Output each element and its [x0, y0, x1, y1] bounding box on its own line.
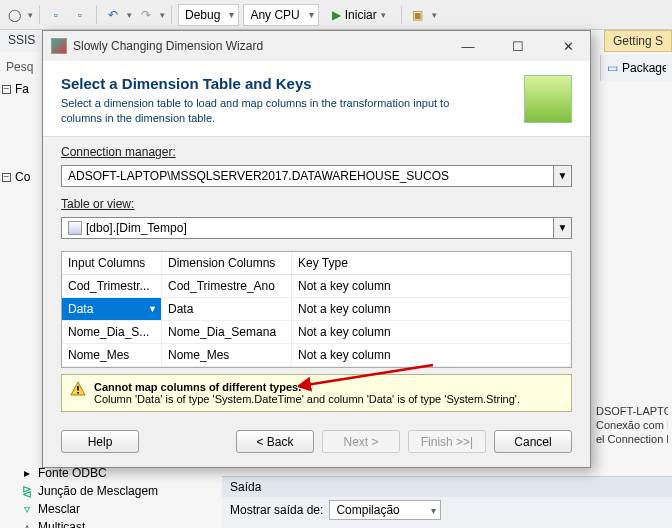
window-title: Slowly Changing Dimension Wizard	[73, 39, 440, 53]
collapse-icon[interactable]: −	[2, 85, 11, 94]
maximize-button[interactable]: ☐	[496, 32, 540, 60]
output-combo-value: Compilação	[336, 503, 399, 517]
titlebar: Slowly Changing Dimension Wizard — ☐ ✕	[43, 31, 590, 61]
connection-panel: DSOFT-LAPTOP\ Conexão com D el Connectio…	[592, 400, 672, 450]
warning-line1: Cannot map columns of different types.	[94, 381, 301, 393]
dropdown-icon[interactable]: ▾	[127, 10, 132, 20]
cell-key-type[interactable]: Not a key column	[292, 344, 571, 366]
toolbox-items: ▸Fonte ODBC ⧎Junção de Mesclagem ▿Mescla…	[20, 464, 220, 528]
nav-back-icon[interactable]: ◯	[4, 5, 24, 25]
tree-node[interactable]: −Co	[2, 168, 42, 186]
cell-dimension-column[interactable]: Data	[162, 298, 292, 320]
save-icon[interactable]: ▫	[46, 5, 66, 25]
status-text: DSOFT-LAPTOP\	[596, 404, 668, 418]
connection-label: Connection manager:	[61, 145, 572, 159]
table-dropdown[interactable]: [dbo].[Dim_Tempo] ▼	[61, 217, 572, 239]
table-row[interactable]: Data▼DataNot a key column	[62, 298, 571, 321]
package-label: Package E	[622, 61, 666, 75]
connection-value: ADSOFT-LAPTOP\MSSQLSERVER2017.DATAWAREHO…	[68, 169, 449, 183]
app-icon	[51, 38, 67, 54]
dialog-body: Connection manager: ADSOFT-LAPTOP\MSSQLS…	[43, 137, 590, 420]
cell-input-column[interactable]: Nome_Mes	[62, 344, 162, 366]
config-label: Debug	[185, 8, 220, 22]
cell-key-type[interactable]: Not a key column	[292, 298, 571, 320]
ide-toolbar: ◯ ▾ ▫ ▫ ↶ ▾ ↷ ▾ Debug Any CPU ▶ Iniciar …	[0, 0, 672, 30]
item-label: Multicast	[38, 520, 85, 528]
cancel-button[interactable]: Cancel	[494, 430, 572, 453]
config-dropdown[interactable]: Debug	[178, 4, 239, 26]
grid-header: Input Columns Dimension Columns Key Type	[62, 252, 571, 275]
header-graphic	[524, 75, 572, 123]
tree-label: Fa	[15, 82, 29, 96]
cell-dimension-column[interactable]: Cod_Trimestre_Ano	[162, 275, 292, 297]
help-button[interactable]: Help	[61, 430, 139, 453]
dropdown-arrow-icon[interactable]: ▼	[148, 304, 157, 314]
dropdown-arrow-icon[interactable]: ▼	[553, 166, 571, 186]
tree-label: Co	[15, 170, 30, 184]
cell-input-column[interactable]: Cod_Trimestr...	[62, 275, 162, 297]
undo-icon[interactable]: ↶	[103, 5, 123, 25]
item-label: Junção de Mesclagem	[38, 484, 158, 498]
col-dimension: Dimension Columns	[162, 252, 292, 274]
table-value: [dbo].[Dim_Tempo]	[86, 221, 187, 235]
tool-icon[interactable]: ▣	[408, 5, 428, 25]
start-label: Iniciar	[345, 8, 377, 22]
toolbox-tree: −Fa −Co	[2, 80, 42, 186]
svg-rect-2	[77, 392, 79, 394]
next-button: Next >	[322, 430, 400, 453]
table-row[interactable]: Nome_Dia_S...Nome_Dia_SemanaNot a key co…	[62, 321, 571, 344]
table-label: Table or view:	[61, 197, 572, 211]
cell-key-type[interactable]: Not a key column	[292, 321, 571, 343]
output-label: Mostrar saída de:	[230, 503, 323, 517]
cell-dimension-column[interactable]: Nome_Mes	[162, 344, 292, 366]
status-text: Conexão com D	[596, 418, 668, 432]
item-label: Mesclar	[38, 502, 80, 516]
wizard-dialog: Slowly Changing Dimension Wizard — ☐ ✕ S…	[42, 30, 591, 468]
col-keytype: Key Type	[292, 252, 571, 274]
list-item[interactable]: ▿Mesclar	[20, 500, 220, 518]
finish-button: Finish >>|	[408, 430, 486, 453]
table-icon	[68, 221, 82, 235]
list-item[interactable]: ▵Multicast	[20, 518, 220, 528]
dialog-subheading: Select a dimension table to load and map…	[61, 96, 481, 126]
search-label: Pesq	[2, 58, 37, 76]
minimize-button[interactable]: —	[446, 32, 490, 60]
col-input: Input Columns	[62, 252, 162, 274]
columns-grid[interactable]: Input Columns Dimension Columns Key Type…	[61, 251, 572, 368]
save-all-icon[interactable]: ▫	[70, 5, 90, 25]
cell-dimension-column[interactable]: Nome_Dia_Semana	[162, 321, 292, 343]
redo-icon[interactable]: ↷	[136, 5, 156, 25]
dialog-heading: Select a Dimension Table and Keys	[61, 75, 512, 92]
warning-box: Cannot map columns of different types. C…	[61, 374, 572, 412]
dropdown-icon[interactable]: ▾	[432, 10, 437, 20]
output-panel: Saída Mostrar saída de: Compilação	[222, 476, 672, 528]
collapse-icon[interactable]: −	[2, 173, 11, 182]
right-panel: ▭ Package E	[600, 55, 672, 81]
cell-input-column[interactable]: Data▼	[62, 298, 162, 320]
connection-dropdown[interactable]: ADSOFT-LAPTOP\MSSQLSERVER2017.DATAWAREHO…	[61, 165, 572, 187]
cell-input-column[interactable]: Nome_Dia_S...	[62, 321, 162, 343]
table-row[interactable]: Cod_Trimestr...Cod_Trimestre_AnoNot a ke…	[62, 275, 571, 298]
output-header: Saída	[222, 477, 672, 497]
odbc-source-icon: ▸	[20, 466, 34, 480]
play-icon: ▶	[332, 8, 341, 22]
item-label: Fonte ODBC	[38, 466, 107, 480]
list-item[interactable]: ⧎Junção de Mesclagem	[20, 482, 220, 500]
getting-started-tab[interactable]: Getting S	[604, 30, 672, 52]
dropdown-arrow-icon[interactable]: ▼	[553, 218, 571, 238]
dropdown-icon[interactable]: ▾	[28, 10, 33, 20]
table-row[interactable]: Nome_MesNome_MesNot a key column	[62, 344, 571, 367]
platform-label: Any CPU	[250, 8, 299, 22]
start-button[interactable]: ▶ Iniciar ▾	[323, 4, 395, 26]
warning-text: Cannot map columns of different types. C…	[94, 381, 520, 405]
tree-node[interactable]: −Fa	[2, 80, 42, 98]
output-source-dropdown[interactable]: Compilação	[329, 500, 440, 520]
dialog-buttons: Help < Back Next > Finish >>| Cancel	[43, 420, 590, 467]
ssis-tab[interactable]: SSIS	[0, 30, 40, 52]
platform-dropdown[interactable]: Any CPU	[243, 4, 318, 26]
dropdown-icon[interactable]: ▾	[160, 10, 165, 20]
close-button[interactable]: ✕	[546, 32, 590, 60]
dropdown-icon: ▾	[381, 10, 386, 20]
back-button[interactable]: < Back	[236, 430, 314, 453]
cell-key-type[interactable]: Not a key column	[292, 275, 571, 297]
